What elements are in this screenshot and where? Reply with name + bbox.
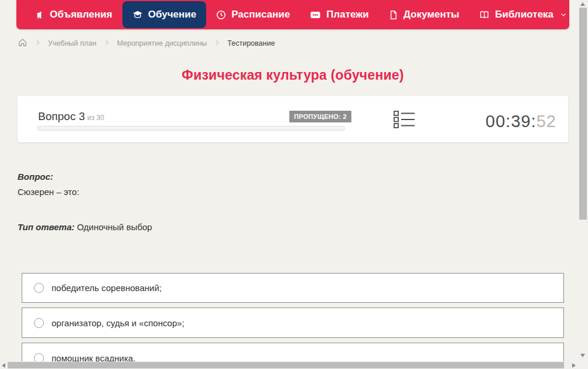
breadcrumb-item-study-plan[interactable]: Учебный план <box>48 39 97 47</box>
main-navbar: Объявления Обучение Расписание Платежи Д… <box>16 0 569 29</box>
chevron-right-icon <box>103 39 111 48</box>
scroll-down-arrow[interactable] <box>580 354 585 357</box>
radio-button[interactable] <box>34 283 44 293</box>
vertical-scrollbar[interactable] <box>578 0 588 361</box>
nav-item-schedule[interactable]: Расписание <box>206 0 300 29</box>
nav-item-learning[interactable]: Обучение <box>122 1 206 28</box>
nav-item-label: Обучение <box>148 9 196 20</box>
answer-option-label: победитель соревнований; <box>52 283 162 293</box>
chevron-right-icon <box>34 39 42 48</box>
radio-button[interactable] <box>34 318 44 328</box>
chevron-right-icon <box>213 39 221 48</box>
question-number: Вопрос 3из 30 <box>38 110 104 123</box>
chevron-down-icon <box>560 11 567 18</box>
answer-type-value: Одиночный выбор <box>77 222 152 232</box>
timer-seconds: 52 <box>536 112 556 131</box>
scroll-left-arrow[interactable] <box>2 363 5 368</box>
answer-option[interactable]: организатор, судья и «спонсор»; <box>22 308 564 338</box>
megaphone-icon <box>35 10 45 20</box>
question-prompt-label: Вопрос: <box>18 172 53 182</box>
clock-icon <box>216 10 226 20</box>
question-list-button[interactable] <box>394 111 416 128</box>
scroll-right-arrow[interactable] <box>572 363 576 368</box>
horizontal-scrollbar-thumb[interactable] <box>8 362 564 368</box>
timer-hhmm: 00:39: <box>486 112 536 131</box>
scroll-up-arrow[interactable] <box>580 2 585 6</box>
question-number-text: Вопрос 3 <box>38 110 85 122</box>
document-icon <box>389 10 398 20</box>
horizontal-scrollbar[interactable] <box>0 361 578 369</box>
nav-item-label: Объявления <box>50 9 112 20</box>
answer-type-label: Тип ответа: <box>18 222 74 232</box>
question-prompt-text: Сюзерен – это: <box>18 187 79 197</box>
page-title: Физическая культура (обучение) <box>16 67 569 83</box>
answer-option-label: организатор, судья и «спонсор»; <box>52 318 184 328</box>
vertical-scrollbar-thumb[interactable] <box>579 8 587 220</box>
question-of-total: из 30 <box>87 114 104 122</box>
breadcrumb-item-discipline-event[interactable]: Мероприятие дисциплины <box>117 39 207 47</box>
breadcrumb: Учебный план Мероприятие дисциплины Тест… <box>18 36 275 50</box>
question-card: Вопрос 3из 30 ПРОПУЩЕНО: 2 00:39:52 <box>18 96 568 142</box>
nav-item-payments[interactable]: Платежи <box>300 0 379 29</box>
graduation-cap-icon <box>132 9 143 20</box>
timer: 00:39:52 <box>486 112 556 131</box>
payments-icon <box>310 10 321 20</box>
nav-item-library[interactable]: Библиотека <box>469 0 577 29</box>
nav-item-label: Документы <box>404 9 460 20</box>
nav-item-label: Платежи <box>326 9 369 20</box>
home-icon[interactable] <box>18 37 28 49</box>
book-icon <box>479 10 490 20</box>
progress-bar <box>37 126 345 131</box>
answer-option[interactable]: победитель соревнований; <box>22 273 564 303</box>
skipped-badge: ПРОПУЩЕНО: 2 <box>289 111 351 122</box>
lms-testing-page: { "nav": { "items": [ {"label": "Объявле… <box>0 0 588 369</box>
scrollbar-corner <box>578 361 588 369</box>
breadcrumb-item-testing: Тестирование <box>227 39 275 47</box>
nav-item-documents[interactable]: Документы <box>379 0 470 29</box>
nav-item-label: Библиотека <box>495 9 553 20</box>
nav-item-announcements[interactable]: Объявления <box>25 0 122 29</box>
answer-type-row: Тип ответа: Одиночный выбор <box>18 222 152 232</box>
nav-item-label: Расписание <box>231 9 290 20</box>
list-icon <box>394 120 416 130</box>
